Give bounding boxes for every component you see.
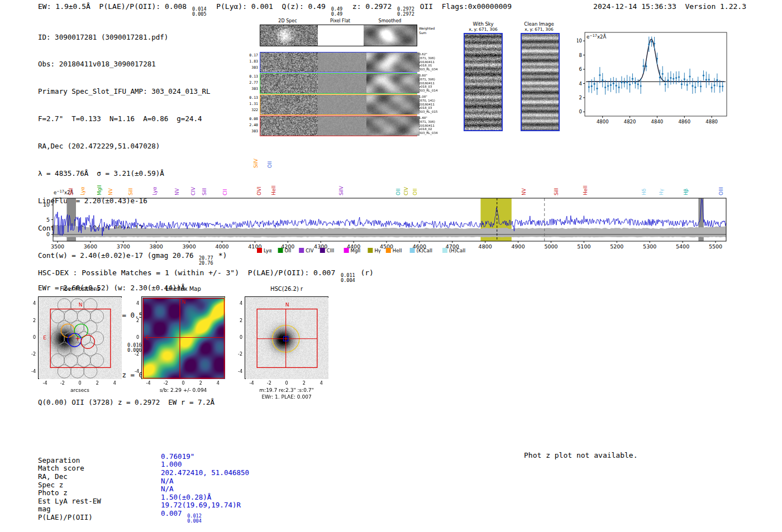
spec2d-panel: 2D Spec Pixel Flat Smoothed WeightedSum … [246,18,442,142]
svg-text:10: 10 [577,38,582,44]
spec2d-row-left-labels: 0.082.40303 [246,116,258,135]
smoothed-image [366,74,419,93]
svg-text:OII: OII [267,161,273,168]
axis-tick-label: 2 [92,381,102,386]
svg-text:SiII: SiII [202,188,207,195]
info-seeing: F=2.7" T=0.133 N=1.16 A=0.86 g=24.4 [38,114,227,123]
pixelflat-image [318,74,367,93]
svg-text:5: 5 [46,217,50,223]
svg-text:Hδ: Hδ [641,188,647,195]
spec2d-row-right-labels: 0.80"(671, 306)20180411v018_03303_RL_014 [419,74,441,93]
pixelflat-image [318,95,367,114]
svg-text:5400: 5400 [676,243,689,250]
svg-text:SiII: SiII [128,188,133,195]
hsc-caption-2: EWr: 1. PLAE: 0.007 [228,394,345,400]
svg-text:HeII: HeII [271,185,276,195]
match-row-value: N/A [161,477,251,486]
hscdex-match-line: HSC-DEX : Possible Matches = 1 (within +… [38,269,374,283]
svg-text:5200: 5200 [610,243,623,250]
lineflux-map-title: Lineflux Map [141,286,225,292]
svg-text:2: 2 [579,95,582,100]
match-table-values: 0.76019"1.000202.472410, 51.046850N/AN/A… [161,428,251,518]
cleanimage-panel [521,33,560,131]
hetdex-report-page: EW: 1.9±0.5Å P(LAE)/P(OII): 0.008 0.0140… [0,0,782,532]
svg-text:NV: NV [174,188,180,195]
svg-text:3600: 3600 [84,243,97,250]
axis-tick-label: -2 [26,352,36,357]
withsky-title: With Sky [458,21,508,27]
axis-tick-label: -4 [26,369,36,374]
svg-text:4: 4 [579,81,582,87]
svg-text:OVI: OVI [256,186,262,195]
info-slot: Primary Spec_Slot_IFU_AMP: 303_024_013_R… [38,87,227,96]
svg-text:SiII: SiII [68,188,74,195]
axis-tick-label: -4 [247,381,257,386]
svg-text:4820: 4820 [624,119,636,124]
hsc-cutout-image [246,298,328,379]
svg-text:5100: 5100 [577,243,590,250]
info-obs: Obs: 20180411v018_3090017281 [38,60,227,69]
axis-tick-label: -2 [161,381,171,386]
svg-text:(H)CaII: (H)CaII [449,248,465,253]
axis-tick-label: 2 [196,381,206,386]
axis-tick-label: -4 [144,381,154,386]
spec2d-header-2dspec: 2D Spec [260,18,316,23]
hsc-caption-1: m:19.7 re:2.3" :s:0.7" [228,387,345,393]
match-table-labels: SeparationMatch scoreRA, DecSpec zPhoto … [38,432,101,522]
match-row-value: 1.000 [161,461,251,469]
svg-text:NV: NV [108,188,113,195]
spec2d-row-right-labels: 1.08"(670, 141)20180411v018_03303_RL_015 [419,95,441,114]
svg-text:SiIV: SiIV [253,158,259,168]
weighted-sum-2dspec-image [260,25,318,46]
axis-tick-label: -2 [58,381,68,386]
match-row-value: 0.007 0.0120.004 [161,510,251,518]
spec2d-image [260,116,318,136]
svg-text:Hβ: Hβ [683,188,689,195]
axis-tick-label: -2 [232,352,242,357]
match-row-value: 1.50(±0.28)Å [161,493,251,502]
svg-text:Lyα: Lyα [152,186,158,195]
spec2d-row-left-labels: 0.132.77303 [246,74,258,92]
svg-text:Hγ: Hγ [374,248,380,253]
svg-text:4880: 4880 [705,119,718,124]
info-id: ID: 3090017281 (3090017281.pdf) [38,33,227,42]
lineflux-map-panel: NE [141,296,225,379]
fiber-positions-panel: NE [38,296,122,379]
svg-text:NV: NV [521,188,527,195]
spec2d-image [260,95,318,114]
svg-text:e−17x2Å: e−17x2Å [586,33,606,40]
svg-text:4840: 4840 [651,119,664,124]
axis-tick-label: 4 [129,301,139,306]
svg-text:SiIV: SiIV [338,185,344,195]
withsky-panel [464,33,503,131]
main-spectrum-plot: 3500360037003800390040004100420043004400… [34,150,751,264]
axis-tick-label: 2 [232,318,242,323]
axis-tick-label: 4 [316,381,326,386]
svg-text:3900: 3900 [183,243,196,250]
fiber-xlabel: arcsecs [38,387,122,393]
svg-text:4000: 4000 [215,243,228,250]
match-row-value: 0.76019" [161,453,251,461]
match-row-label: mag [38,505,101,514]
axis-tick-label: 0 [75,381,85,386]
svg-text:3500: 3500 [51,243,64,250]
svg-text:5000: 5000 [544,243,557,250]
weighted-sum-smoothed-image [364,25,417,46]
svg-text:10: 10 [43,202,50,208]
match-row-label: RA, Dec [38,473,101,481]
match-row-label: Separation [38,457,101,465]
axis-tick-label: 4 [213,381,223,386]
match-row-value: 19.72(19.69,19.74)R [161,501,251,510]
axis-tick-label: 4 [232,301,242,306]
svg-text:5300: 5300 [643,243,656,250]
svg-text:HeII: HeII [393,248,402,253]
smoothed-image [366,116,419,136]
line-fit-zoom-plot: 480048204840486048800246810e−17x2Å [577,27,739,130]
axis-tick-label: -4 [129,369,139,374]
svg-text:6: 6 [579,66,582,72]
hsc-cutout-title: HSC(26.2) r [245,286,328,292]
axis-tick-label: -2 [129,352,139,357]
svg-text:4800: 4800 [597,119,609,124]
match-row-value: N/A [161,485,251,493]
match-row-label: P(LAE)/P(OII) [38,514,101,522]
